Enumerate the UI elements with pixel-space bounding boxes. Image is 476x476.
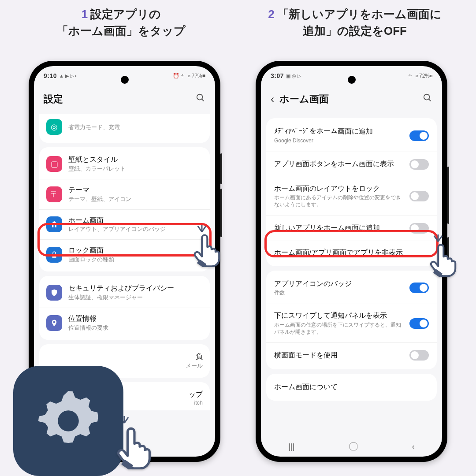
nav-home-icon[interactable]: [350, 443, 357, 450]
settings-row-wallpaper[interactable]: ▢ 壁紙とスタイル 壁紙、カラーパレット: [39, 149, 210, 179]
svg-point-2: [424, 94, 430, 100]
row-title: 負: [46, 352, 203, 361]
toggle[interactable]: [409, 283, 429, 293]
row-sub: レイアウト、アプリアイコンのバッジ: [68, 226, 203, 233]
status-left-icons: ▲ ▶ ▷ •: [59, 73, 77, 79]
row-sub: 生体認証、権限マネージャー: [68, 294, 203, 301]
step2-number: 2: [268, 7, 274, 21]
switch-row-landscape[interactable]: 横画面モードを使用: [266, 342, 437, 368]
switch-row-add-new-apps[interactable]: 新しいアプリをホーム画面に追加: [266, 216, 437, 241]
switch-row-app-button[interactable]: アプリ画面ボタンをホーム画面に表示: [266, 152, 437, 177]
phone2-screen: 3:07 ▣ ◎ ▷ ᯤ ⊘ 72%▣ ‹ ホーム画面 ﾒﾃﾞｨｱﾍﾟｰｼﾞをホ…: [261, 66, 442, 457]
svg-line-1: [202, 99, 204, 101]
settings-row-battery[interactable]: ◎ 省電力モード、充電: [39, 115, 210, 141]
settings-row-location[interactable]: 位置情報 位置情報の要求: [39, 308, 210, 338]
toggle[interactable]: [409, 191, 429, 201]
nav-recents-icon[interactable]: |||: [288, 442, 294, 451]
settings-row-security[interactable]: セキュリティおよびプライバシー 生体認証、権限マネージャー: [39, 278, 210, 308]
switch-row-hide-apps[interactable]: ホーム画面/アプリ画面でアプリを非表示: [266, 241, 437, 264]
switch-row-media-page[interactable]: ﾒﾃﾞｨｱﾍﾟｰｼﾞをホーム画面に追加 Google Discover: [266, 120, 437, 152]
row-title: 壁紙とスタイル: [68, 155, 203, 164]
svg-point-6: [58, 410, 79, 431]
row-title: アプリ画面ボタンをホーム画面に表示: [274, 160, 405, 169]
camera-hole: [348, 76, 356, 84]
page-title: ホーム画面: [279, 93, 329, 106]
nav-bar: ||| ‹: [261, 436, 442, 457]
home-settings-header: ‹ ホーム画面: [261, 81, 442, 114]
toggle[interactable]: [409, 350, 429, 361]
phone-2: 3:07 ▣ ◎ ▷ ᯤ ⊘ 72%▣ ‹ ホーム画面 ﾒﾃﾞｨｱﾍﾟｰｼﾞをホ…: [256, 61, 447, 462]
row-title: ホーム画面のレイアウトをロック: [274, 184, 405, 193]
switch-row-badge[interactable]: アプリアイコンのバッジ 件数: [266, 272, 437, 304]
toggle[interactable]: [409, 223, 429, 234]
row-title: ﾒﾃﾞｨｱﾍﾟｰｼﾞをホーム画面に追加: [274, 127, 405, 136]
toggle[interactable]: [409, 159, 429, 170]
svg-point-0: [197, 94, 203, 100]
row-title: ホーム画面: [68, 216, 203, 225]
row-about-home[interactable]: ホーム画面について: [266, 376, 437, 399]
switch-row-lock-layout[interactable]: ホーム画面のレイアウトをロック ホーム画面にあるアイテムの削除や位置の変更をでき…: [266, 177, 437, 216]
settings-app-icon: [13, 366, 123, 476]
row-sub: 件数: [274, 290, 405, 297]
status-right-icons: ⏰ ᯤ ⊘ 77%■: [173, 73, 205, 79]
settings-row-home[interactable]: ホーム画面 レイアウト、アプリアイコンのバッジ: [39, 209, 210, 240]
row-title: 位置情報: [68, 314, 203, 324]
themes-icon: 〒: [46, 186, 62, 202]
status-right-icons: ᯤ ⊘ 72%▣: [408, 73, 432, 79]
shield-icon: [46, 285, 62, 301]
row-title: ホーム画面/アプリ画面でアプリを非表示: [274, 248, 424, 257]
side-button: [447, 167, 449, 224]
row-title: ロック画面: [68, 246, 203, 255]
row-sub: ホーム画面にあるアイテムの削除や位置の変更をできないようにします。: [274, 194, 405, 208]
row-title: セキュリティおよびプライバシー: [68, 284, 203, 293]
settings-row-lock[interactable]: ロック画面 画面ロックの種類: [39, 239, 210, 270]
row-sub: 画面ロックの種類: [68, 256, 203, 264]
settings-row-themes[interactable]: 〒 テーマ テーマ、壁紙、アイコン: [39, 179, 210, 209]
status-time: 9:10: [44, 72, 57, 79]
step1-number: 1: [82, 7, 88, 21]
back-icon[interactable]: ‹: [271, 93, 274, 105]
row-sub: 位置情報の要求: [68, 324, 203, 332]
status-left-icons: ▣ ◎ ▷: [286, 73, 301, 79]
row-sub: ホーム画面の任意の場所を下にスワイプすると、通知パネルが開きます。: [274, 322, 405, 335]
row-sub: 壁紙、カラーパレット: [68, 165, 203, 173]
row-title: テーマ: [68, 186, 203, 195]
row-sub: 省電力モード、充電: [68, 124, 203, 131]
step1-caption: 1設定アプリの 「ホーム画面」をタップ: [18, 6, 225, 39]
svg-line-3: [429, 99, 431, 101]
row-title: 新しいアプリをホーム画面に追加: [274, 223, 405, 233]
step2-caption: 2「新しいアプリをホーム画面に 追加」の設定をOFF: [251, 6, 458, 39]
row-title: アプリアイコンのバッジ: [274, 279, 405, 289]
camera-hole: [121, 76, 129, 84]
toggle[interactable]: [409, 130, 429, 141]
toggle[interactable]: [409, 318, 429, 329]
search-icon[interactable]: [423, 93, 432, 105]
step1-text: 設定アプリの 「ホーム画面」をタップ: [57, 7, 186, 37]
row-sub: テーマ、壁紙、アイコン: [68, 196, 203, 203]
side-button: [447, 237, 449, 268]
page-title: 設定: [44, 93, 63, 106]
location-icon: [46, 315, 62, 331]
switch-row-swipe-notif[interactable]: 下にスワイプして通知パネルを表示 ホーム画面の任意の場所を下にスワイプすると、通…: [266, 304, 437, 342]
status-time: 3:07: [271, 72, 284, 79]
side-button: [220, 189, 222, 237]
row-title: 下にスワイプして通知パネルを表示: [274, 311, 405, 320]
row-title: 横画面モードを使用: [274, 351, 405, 360]
home-icon: [46, 216, 62, 232]
nav-back-icon[interactable]: ‹: [412, 442, 415, 451]
search-icon[interactable]: [196, 93, 205, 105]
step2-text: 「新しいアプリをホーム画面に 追加」の設定をOFF: [277, 7, 442, 37]
wallpaper-icon: ▢: [46, 156, 62, 172]
lock-icon: [46, 247, 62, 263]
settings-header: 設定: [34, 81, 215, 114]
battery-icon: ◎: [46, 119, 62, 135]
row-sub: Google Discover: [274, 138, 405, 145]
side-button: [220, 153, 222, 184]
row-title: ホーム画面について: [274, 383, 424, 392]
